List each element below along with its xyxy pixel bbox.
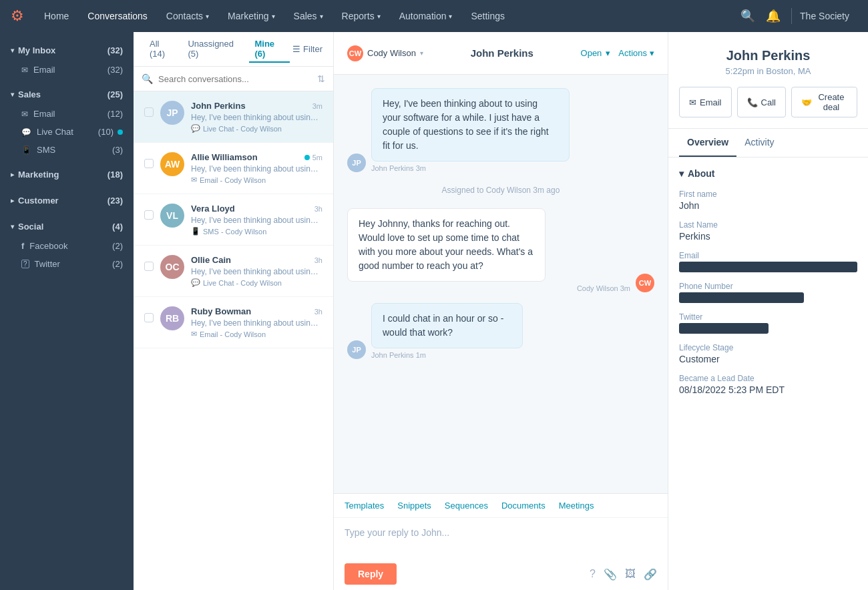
- reply-button[interactable]: Reply: [345, 563, 397, 585]
- attach-icon[interactable]: 📎: [604, 568, 617, 581]
- field-label: Became a Lead Date: [679, 374, 857, 383]
- conv-header: Ollie Cain 3h: [191, 255, 322, 265]
- nav-conversations[interactable]: Conversations: [78, 0, 157, 32]
- sidebar-item-twitter[interactable]: ? Twitter (2): [0, 255, 134, 273]
- sequences-tab[interactable]: Sequences: [445, 494, 488, 517]
- sidebar-header-sales[interactable]: ▾ Sales (25): [0, 84, 134, 105]
- tab-all[interactable]: All (14): [144, 36, 180, 63]
- documents-tab[interactable]: Documents: [501, 494, 546, 517]
- select-checkbox[interactable]: [144, 159, 154, 168]
- conv-preview: Hey, I've been thinking about using your…: [191, 216, 322, 225]
- sidebar-header-social[interactable]: ▾ Social (4): [0, 216, 134, 237]
- field-lifecycle-stage: Lifecycle Stage Customer: [679, 343, 857, 364]
- sidebar-item-email[interactable]: ✉ Email (32): [0, 61, 134, 79]
- help-icon[interactable]: ?: [590, 568, 596, 581]
- facebook-icon: f: [21, 241, 24, 251]
- avatar: CW: [636, 274, 654, 292]
- sidebar-item-sms[interactable]: 📱 SMS (3): [0, 141, 134, 159]
- nav-contacts[interactable]: Contacts ▾: [157, 0, 218, 32]
- search-icon[interactable]: 🔍: [740, 9, 755, 23]
- select-checkbox[interactable]: [144, 262, 154, 271]
- meetings-tab[interactable]: Meetings: [559, 494, 594, 517]
- nav-reports[interactable]: Reports ▾: [333, 0, 390, 32]
- list-item[interactable]: VL Vera Lloyd 3h Hey, I've been thinking…: [134, 194, 333, 246]
- email-button[interactable]: ✉ Email: [679, 87, 732, 117]
- reply-input[interactable]: Type your reply to John...: [334, 518, 668, 558]
- sort-icon[interactable]: ⇅: [317, 73, 325, 84]
- sidebar-item-count: (12): [107, 109, 123, 119]
- conv-channel: ✉ Email - Cody Wilson: [191, 176, 322, 184]
- message-row: CW Hey Johnny, thanks for reaching out. …: [347, 208, 654, 292]
- field-label: Twitter: [679, 312, 857, 322]
- field-value: 08/18/2022 5:23 PM EDT: [679, 384, 857, 395]
- sidebar-item-label: Facebook: [29, 241, 67, 251]
- sidebar-section-label: Customer: [18, 196, 59, 206]
- chat-icon: 💬: [21, 127, 31, 137]
- nav-marketing[interactable]: Marketing ▾: [218, 0, 284, 32]
- conv-time: 3h: [314, 205, 322, 213]
- email-icon: ✉: [191, 330, 197, 338]
- link-icon[interactable]: 🔗: [644, 568, 657, 581]
- assigned-to[interactable]: CW Cody Wilson ▾: [347, 45, 423, 61]
- nav-sales[interactable]: Sales ▾: [284, 0, 333, 32]
- status-selector[interactable]: Open ▾: [581, 48, 611, 58]
- select-checkbox[interactable]: [144, 210, 154, 220]
- filter-button[interactable]: ☰ Filter: [292, 44, 322, 54]
- sidebar-item-label: Live Chat: [37, 127, 73, 137]
- search-bar: 🔍 ⇅: [134, 67, 333, 91]
- select-checkbox[interactable]: [144, 107, 154, 117]
- list-item[interactable]: OC Ollie Cain 3h Hey, I've been thinking…: [134, 246, 333, 297]
- message-bubble: Hey, I've been thinking about to using y…: [371, 88, 570, 162]
- conv-name: Ruby Bowman: [191, 306, 251, 316]
- sidebar-item-label: Twitter: [35, 259, 60, 269]
- sidebar-header-my-inbox[interactable]: ▾ My Inbox (32): [0, 40, 134, 61]
- top-nav: ⚙ Home Conversations Contacts ▾ Marketin…: [0, 0, 868, 32]
- message-bubble: Hey Johnny, thanks for reaching out. Wou…: [347, 208, 546, 282]
- tab-unassigned[interactable]: Unassigned (5): [182, 36, 246, 63]
- call-button[interactable]: 📞 Call: [737, 87, 786, 117]
- tab-activity[interactable]: Activity: [736, 129, 782, 157]
- conversations-list: All (14) Unassigned (5) Mine (6) ☰ Filte…: [134, 32, 334, 590]
- sidebar-item-facebook[interactable]: f Facebook (2): [0, 237, 134, 255]
- contact-name: John Perkins: [679, 48, 857, 63]
- list-item[interactable]: RB Ruby Bowman 3h Hey, I've been thinkin…: [134, 297, 333, 348]
- bell-icon[interactable]: 🔔: [766, 9, 781, 23]
- main-layout: ▾ My Inbox (32) ✉ Email (32) ▾ Sales (25…: [0, 32, 868, 590]
- select-checkbox[interactable]: [144, 313, 154, 322]
- tab-mine[interactable]: Mine (6): [249, 36, 290, 63]
- hubspot-logo[interactable]: ⚙: [11, 7, 24, 25]
- list-item[interactable]: JP John Perkins 3m Hey, I've been thinki…: [134, 91, 333, 143]
- sidebar-item-sales-email[interactable]: ✉ Email (12): [0, 105, 134, 123]
- image-icon[interactable]: 🖼: [625, 568, 636, 581]
- contact-time: 5:22pm in Boston, MA: [679, 66, 857, 76]
- nav-automation[interactable]: Automation ▾: [390, 0, 462, 32]
- search-input[interactable]: [158, 74, 312, 84]
- online-indicator: [304, 155, 310, 160]
- actions-button[interactable]: Actions ▾: [618, 48, 654, 58]
- conv-content: John Perkins 3m Hey, I've been thinking …: [191, 101, 322, 133]
- assigned-name: Cody Wilson: [367, 48, 416, 58]
- actions-label: Actions: [618, 48, 647, 58]
- sidebar-item-live-chat[interactable]: 💬 Live Chat (10): [0, 123, 134, 141]
- nav-settings[interactable]: Settings: [461, 0, 514, 32]
- about-header[interactable]: ▾ About: [679, 168, 857, 179]
- templates-tab[interactable]: Templates: [345, 494, 384, 517]
- field-twitter: Twitter: [679, 312, 857, 334]
- sidebar-item-label: SMS: [37, 145, 55, 155]
- contact-panel: John Perkins 5:22pm in Boston, MA ✉ Emai…: [668, 32, 868, 590]
- nav-home[interactable]: Home: [35, 0, 78, 32]
- create-deal-button[interactable]: 🤝 Create deal: [791, 87, 857, 117]
- avatar: VL: [160, 204, 184, 228]
- sidebar-header-marketing[interactable]: ▸ Marketing (18): [0, 164, 134, 185]
- list-item[interactable]: AW Allie Williamson 5m Hey, I've been th…: [134, 143, 333, 194]
- org-selector[interactable]: The Society: [792, 11, 857, 21]
- snippets-tab[interactable]: Snippets: [397, 494, 431, 517]
- conv-name: John Perkins: [191, 101, 246, 111]
- sidebar-header-customer[interactable]: ▸ Customer (23): [0, 190, 134, 211]
- about-label: About: [688, 168, 714, 179]
- tab-overview[interactable]: Overview: [679, 129, 736, 157]
- field-value-redacted: [679, 323, 769, 334]
- sidebar-section-count: (25): [107, 89, 123, 99]
- conv-tabs: All (14) Unassigned (5) Mine (6) ☰ Filte…: [134, 32, 333, 67]
- field-label: Email: [679, 251, 857, 260]
